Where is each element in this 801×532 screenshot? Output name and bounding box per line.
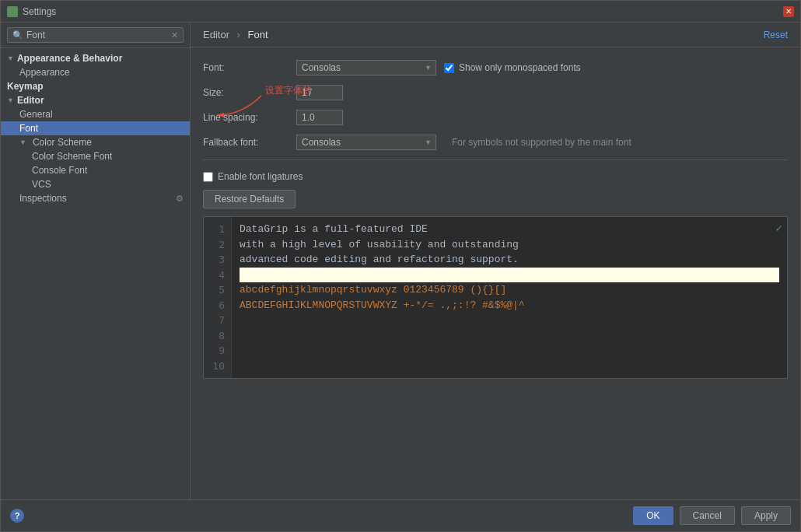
- breadcrumb-separator: ›: [237, 29, 240, 40]
- sidebar-item-label: Keymap: [7, 81, 44, 92]
- enable-ligatures-row: Enable font ligatures: [203, 171, 788, 182]
- sidebar-tree: ▼ Appearance & Behavior Appearance Keyma…: [1, 48, 190, 499]
- code-line: abcdefghijklmnopqrstuvwxyz 0123456789 ()…: [240, 282, 779, 298]
- sidebar-item-label: Font: [19, 123, 38, 134]
- breadcrumb-current: Font: [248, 29, 268, 40]
- sidebar-item-appearance-behavior[interactable]: ▼ Appearance & Behavior: [1, 51, 190, 65]
- titlebar: Settings ✕: [1, 1, 800, 23]
- search-wrapper: 🔍 ✕: [7, 27, 184, 43]
- search-clear-button[interactable]: ✕: [171, 30, 178, 40]
- main-content: 🔍 ✕ ▼ Appearance & Behavior Appearance K…: [1, 23, 800, 499]
- size-control: [296, 85, 343, 100]
- fallback-font-label: Fallback font:: [203, 137, 296, 148]
- code-line: [240, 328, 779, 344]
- code-line: [240, 343, 779, 359]
- right-panel: Editor › Font Reset Font: Consolas: [191, 23, 800, 499]
- sidebar-item-color-scheme[interactable]: ▼ Color Scheme: [1, 135, 190, 149]
- sidebar-item-label: VCS: [32, 179, 51, 190]
- titlebar-left: Settings: [7, 6, 56, 17]
- gear-icon: ⚙: [176, 194, 184, 204]
- expand-arrow: ▼: [19, 138, 26, 146]
- expand-arrow: ▼: [7, 54, 14, 62]
- sidebar-item-color-scheme-font[interactable]: Color Scheme Font: [1, 149, 190, 163]
- fallback-font-row: Fallback font: Consolas For symbols not …: [203, 135, 788, 150]
- sidebar-item-inspections[interactable]: Inspections ⚙: [1, 191, 190, 205]
- sidebar-item-label: Appearance & Behavior: [17, 53, 122, 64]
- code-line: [240, 359, 779, 374]
- show-monospaced-checkbox[interactable]: [444, 63, 454, 73]
- expand-arrow: ▼: [7, 96, 14, 104]
- font-label: Font:: [203, 62, 296, 73]
- reset-link[interactable]: Reset: [764, 30, 788, 40]
- search-icon: 🔍: [12, 30, 23, 40]
- fallback-font-select[interactable]: Consolas: [296, 135, 436, 150]
- fallback-font-control: Consolas For symbols not supported by th…: [296, 135, 631, 150]
- line-number: 7: [210, 313, 225, 328]
- code-line: [240, 313, 779, 328]
- close-button[interactable]: ✕: [783, 6, 794, 17]
- line-number: 3: [210, 252, 225, 268]
- line-number: 9: [210, 343, 225, 359]
- font-select[interactable]: Consolas: [296, 60, 436, 75]
- line-number: 6: [210, 298, 225, 313]
- sidebar-item-label: General: [19, 109, 53, 120]
- bottom-bar: ? OK Cancel Apply: [1, 499, 800, 531]
- settings-window: Settings ✕ 🔍 ✕ ▼ Appearance & Behavior A…: [0, 0, 801, 532]
- restore-defaults-button[interactable]: Restore Defaults: [203, 190, 296, 208]
- code-line: [240, 268, 779, 283]
- apply-button[interactable]: Apply: [741, 506, 791, 525]
- window-title: Settings: [23, 6, 56, 17]
- sidebar-item-console-font[interactable]: Console Font: [1, 163, 190, 177]
- code-line: DataGrip is a full-featured IDE: [240, 222, 779, 237]
- sidebar-item-appearance[interactable]: Appearance: [1, 65, 190, 79]
- sidebar-item-label: Console Font: [32, 165, 87, 176]
- line-number: 4: [210, 268, 225, 283]
- sidebar-item-label: Color Scheme Font: [32, 151, 112, 162]
- sidebar-item-keymap[interactable]: Keymap: [1, 79, 190, 93]
- sidebar-item-label: Appearance: [19, 67, 70, 78]
- breadcrumb: Editor › Font: [203, 29, 268, 40]
- line-spacing-control: [296, 110, 343, 125]
- size-label: Size:: [203, 87, 296, 98]
- divider: [203, 159, 788, 160]
- code-line: with a high level of usability and outst…: [240, 237, 779, 253]
- search-box: 🔍 ✕: [1, 23, 190, 48]
- font-control: Consolas Show only monospaced fonts: [296, 60, 581, 75]
- ok-button[interactable]: OK: [633, 506, 673, 525]
- panel-body: Font: Consolas Show only monospaced font…: [191, 47, 800, 499]
- breadcrumb-parent: Editor: [203, 29, 229, 40]
- line-number: 1: [210, 222, 225, 237]
- search-input[interactable]: [26, 30, 171, 40]
- font-select-wrapper: Consolas: [296, 60, 436, 75]
- panel-header: Editor › Font Reset: [191, 23, 800, 47]
- line-number: 5: [210, 282, 225, 298]
- font-row: Font: Consolas Show only monospaced font…: [203, 60, 788, 75]
- sidebar: 🔍 ✕ ▼ Appearance & Behavior Appearance K…: [1, 23, 191, 499]
- cancel-button[interactable]: Cancel: [680, 506, 735, 525]
- size-input[interactable]: [296, 85, 343, 100]
- fallback-select-wrapper: Consolas: [296, 135, 436, 150]
- size-row: Size:: [203, 85, 788, 100]
- line-number: 8: [210, 328, 225, 344]
- enable-ligatures-label: Enable font ligatures: [218, 171, 303, 182]
- line-spacing-input[interactable]: [296, 110, 343, 125]
- bottom-left: ?: [10, 509, 24, 523]
- code-line: ABCDEFGHIJKLMNOPQRSTUVWXYZ +-*/= .,;:!? …: [240, 298, 779, 313]
- sidebar-item-editor[interactable]: ▼ Editor: [1, 93, 190, 107]
- preview-lines: 1 2 3 4 5 6 7 8 9 10 DataGrip is a: [204, 217, 787, 378]
- show-monospaced-row: Show only monospaced fonts: [444, 62, 581, 73]
- sidebar-item-label: Inspections: [19, 193, 67, 204]
- sidebar-item-vcs[interactable]: VCS: [1, 177, 190, 191]
- show-monospaced-label: Show only monospaced fonts: [459, 62, 581, 73]
- preview-area: ✓ 1 2 3 4 5 6 7 8 9 10: [203, 216, 788, 379]
- line-spacing-label: Line spacing:: [203, 112, 296, 123]
- bottom-right: OK Cancel Apply: [633, 506, 791, 525]
- code-content: DataGrip is a full-featured IDE with a h…: [232, 217, 787, 378]
- app-icon: [7, 6, 18, 17]
- svg-rect-0: [9, 8, 16, 16]
- sidebar-item-font[interactable]: Font: [1, 121, 190, 135]
- fallback-hint: For symbols not supported by the main fo…: [452, 137, 631, 148]
- enable-ligatures-checkbox[interactable]: [203, 172, 213, 182]
- sidebar-item-general[interactable]: General: [1, 107, 190, 121]
- help-button[interactable]: ?: [10, 509, 24, 523]
